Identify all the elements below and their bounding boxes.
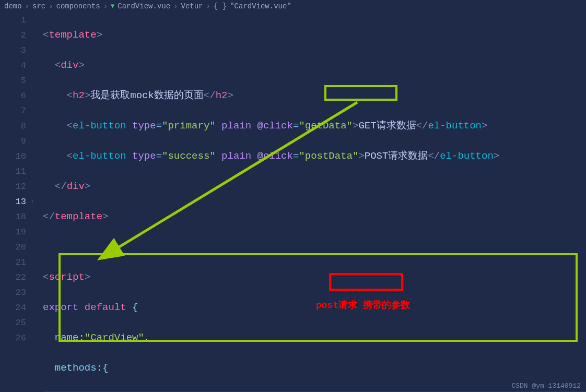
chevron-right-icon: › bbox=[25, 2, 29, 10]
crumb-components[interactable]: components bbox=[56, 2, 100, 10]
chevron-right-icon: › bbox=[206, 2, 210, 10]
fold-chevron-icon[interactable]: › bbox=[30, 194, 43, 209]
fold-gutter[interactable]: › bbox=[30, 13, 43, 392]
crumb-symbol[interactable]: "CardView.vue" bbox=[230, 2, 291, 10]
crumb-vetur[interactable]: Vetur bbox=[181, 2, 203, 10]
object-icon: { } bbox=[214, 2, 227, 10]
editor[interactable]: 1 2 3 4 5 6 7 8 9 10 11 12 13 18 19 20 2… bbox=[0, 13, 586, 392]
annotation-text: post请求 携带的参数 bbox=[316, 299, 410, 311]
chevron-right-icon: › bbox=[103, 2, 108, 10]
line-number-gutter: 1 2 3 4 5 6 7 8 9 10 11 12 13 18 19 20 2… bbox=[0, 13, 30, 392]
crumb-file[interactable]: CardView.vue bbox=[118, 2, 170, 10]
vue-file-icon: ▼ bbox=[111, 3, 114, 10]
chevron-right-icon: › bbox=[173, 2, 178, 10]
crumb-src[interactable]: src bbox=[32, 2, 45, 10]
chevron-right-icon: › bbox=[49, 2, 53, 10]
watermark: CSDN @ym-13140912 bbox=[511, 382, 581, 390]
breadcrumb[interactable]: demo › src › components › ▼ CardView.vue… bbox=[0, 0, 586, 13]
code-area[interactable]: <template> <div> <h2>我是获取mock数据的页面</h2> … bbox=[43, 13, 586, 392]
crumb-demo[interactable]: demo bbox=[4, 2, 22, 10]
